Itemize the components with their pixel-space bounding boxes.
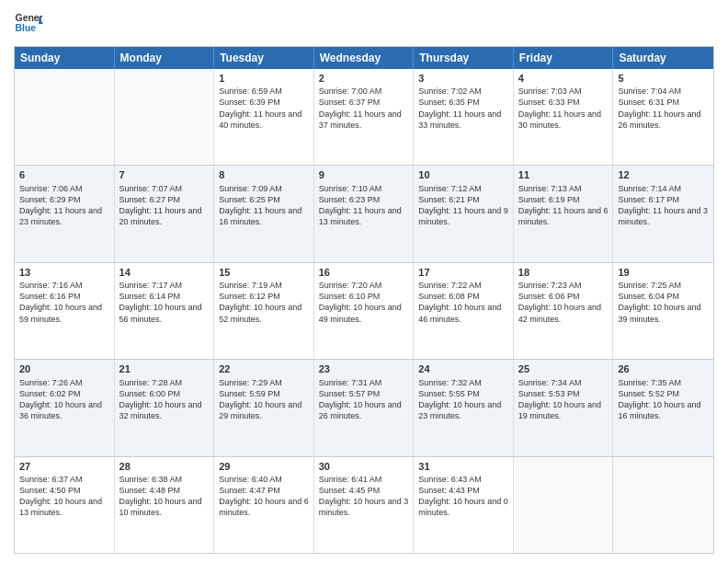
day-number: 2: [319, 72, 409, 85]
empty-cell-w0c1: [115, 69, 215, 165]
day-number: 24: [418, 362, 508, 375]
day-content: Sunrise: 7:19 AM Sunset: 6:12 PM Dayligh…: [219, 280, 309, 325]
day-header-saturday: Saturday: [613, 47, 713, 69]
calendar-row-4: 20Sunrise: 7:26 AM Sunset: 6:02 PM Dayli…: [15, 359, 713, 455]
calendar-row-3: 13Sunrise: 7:16 AM Sunset: 6:16 PM Dayli…: [15, 262, 713, 359]
day-cell-2: 2Sunrise: 7:00 AM Sunset: 6:37 PM Daylig…: [314, 69, 415, 165]
day-number: 9: [319, 168, 409, 181]
day-cell-11: 11Sunrise: 7:13 AM Sunset: 6:19 PM Dayli…: [514, 166, 614, 261]
day-number: 21: [119, 362, 210, 375]
day-cell-31: 31Sunrise: 6:43 AM Sunset: 4:43 PM Dayli…: [414, 457, 514, 553]
day-cell-7: 7Sunrise: 7:07 AM Sunset: 6:27 PM Daylig…: [115, 166, 215, 261]
day-number: 7: [119, 168, 210, 181]
day-cell-27: 27Sunrise: 6:37 AM Sunset: 4:50 PM Dayli…: [15, 457, 115, 553]
day-number: 16: [319, 266, 409, 279]
day-number: 15: [219, 266, 309, 279]
day-number: 26: [618, 362, 709, 375]
day-cell-29: 29Sunrise: 6:40 AM Sunset: 4:47 PM Dayli…: [214, 457, 314, 553]
day-cell-4: 4Sunrise: 7:03 AM Sunset: 6:33 PM Daylig…: [514, 69, 614, 165]
day-content: Sunrise: 7:02 AM Sunset: 6:35 PM Dayligh…: [418, 86, 508, 131]
svg-text:Blue: Blue: [16, 23, 37, 33]
day-content: Sunrise: 6:41 AM Sunset: 4:45 PM Dayligh…: [319, 474, 409, 519]
day-number: 31: [418, 460, 508, 473]
day-number: 8: [219, 168, 309, 181]
day-cell-17: 17Sunrise: 7:22 AM Sunset: 6:08 PM Dayli…: [414, 263, 514, 359]
day-cell-6: 6Sunrise: 7:06 AM Sunset: 6:29 PM Daylig…: [15, 166, 115, 261]
day-number: 28: [119, 460, 210, 473]
day-content: Sunrise: 7:12 AM Sunset: 6:21 PM Dayligh…: [418, 183, 508, 228]
day-content: Sunrise: 7:34 AM Sunset: 5:53 PM Dayligh…: [518, 377, 609, 422]
day-content: Sunrise: 7:14 AM Sunset: 6:17 PM Dayligh…: [618, 183, 709, 228]
day-header-friday: Friday: [514, 47, 614, 69]
day-content: Sunrise: 7:06 AM Sunset: 6:29 PM Dayligh…: [19, 183, 109, 228]
day-header-thursday: Thursday: [414, 47, 514, 69]
day-content: Sunrise: 7:03 AM Sunset: 6:33 PM Dayligh…: [518, 86, 609, 131]
day-number: 18: [518, 266, 609, 279]
day-content: Sunrise: 6:40 AM Sunset: 4:47 PM Dayligh…: [219, 474, 309, 519]
calendar-row-2: 6Sunrise: 7:06 AM Sunset: 6:29 PM Daylig…: [15, 165, 713, 261]
day-content: Sunrise: 7:31 AM Sunset: 5:57 PM Dayligh…: [319, 377, 409, 422]
day-content: Sunrise: 7:29 AM Sunset: 5:59 PM Dayligh…: [219, 377, 309, 422]
day-content: Sunrise: 7:13 AM Sunset: 6:19 PM Dayligh…: [518, 183, 609, 228]
day-header-sunday: Sunday: [15, 47, 115, 69]
logo: General Blue: [14, 9, 43, 39]
day-number: 23: [319, 362, 409, 375]
calendar-header: SundayMondayTuesdayWednesdayThursdayFrid…: [15, 47, 713, 69]
day-cell-30: 30Sunrise: 6:41 AM Sunset: 4:45 PM Dayli…: [314, 457, 415, 553]
day-content: Sunrise: 7:07 AM Sunset: 6:27 PM Dayligh…: [119, 183, 210, 228]
day-cell-14: 14Sunrise: 7:17 AM Sunset: 6:14 PM Dayli…: [115, 263, 215, 359]
day-cell-28: 28Sunrise: 6:38 AM Sunset: 4:48 PM Dayli…: [115, 457, 215, 553]
page: General Blue SundayMondayTuesdayWednesda…: [0, 0, 728, 563]
day-cell-23: 23Sunrise: 7:31 AM Sunset: 5:57 PM Dayli…: [314, 360, 415, 455]
day-content: Sunrise: 7:28 AM Sunset: 6:00 PM Dayligh…: [119, 377, 210, 422]
day-number: 3: [418, 72, 508, 85]
empty-cell-w4c6: [613, 457, 713, 553]
day-content: Sunrise: 7:17 AM Sunset: 6:14 PM Dayligh…: [119, 280, 210, 325]
day-number: 13: [19, 266, 109, 279]
day-number: 6: [19, 168, 109, 181]
day-cell-12: 12Sunrise: 7:14 AM Sunset: 6:17 PM Dayli…: [613, 166, 713, 261]
day-content: Sunrise: 7:35 AM Sunset: 5:52 PM Dayligh…: [618, 377, 709, 422]
day-content: Sunrise: 7:32 AM Sunset: 5:55 PM Dayligh…: [418, 377, 508, 422]
day-content: Sunrise: 6:37 AM Sunset: 4:50 PM Dayligh…: [19, 474, 109, 519]
day-cell-1: 1Sunrise: 6:59 AM Sunset: 6:39 PM Daylig…: [214, 69, 314, 165]
day-content: Sunrise: 6:43 AM Sunset: 4:43 PM Dayligh…: [418, 474, 508, 519]
day-header-tuesday: Tuesday: [214, 47, 314, 69]
day-number: 1: [219, 72, 309, 85]
day-cell-25: 25Sunrise: 7:34 AM Sunset: 5:53 PM Dayli…: [514, 360, 614, 455]
day-header-wednesday: Wednesday: [314, 47, 415, 69]
day-cell-19: 19Sunrise: 7:25 AM Sunset: 6:04 PM Dayli…: [613, 263, 713, 359]
day-cell-10: 10Sunrise: 7:12 AM Sunset: 6:21 PM Dayli…: [414, 166, 514, 261]
day-content: Sunrise: 7:04 AM Sunset: 6:31 PM Dayligh…: [618, 86, 709, 131]
day-cell-5: 5Sunrise: 7:04 AM Sunset: 6:31 PM Daylig…: [613, 69, 713, 165]
empty-cell-w4c5: [514, 457, 614, 553]
empty-cell-w0c0: [15, 69, 115, 165]
day-number: 5: [618, 72, 709, 85]
day-number: 11: [518, 168, 609, 181]
day-cell-8: 8Sunrise: 7:09 AM Sunset: 6:25 PM Daylig…: [214, 166, 314, 261]
day-number: 4: [518, 72, 609, 85]
day-content: Sunrise: 6:38 AM Sunset: 4:48 PM Dayligh…: [119, 474, 210, 519]
day-cell-15: 15Sunrise: 7:19 AM Sunset: 6:12 PM Dayli…: [214, 263, 314, 359]
day-cell-26: 26Sunrise: 7:35 AM Sunset: 5:52 PM Dayli…: [613, 360, 713, 455]
day-cell-16: 16Sunrise: 7:20 AM Sunset: 6:10 PM Dayli…: [314, 263, 415, 359]
day-cell-21: 21Sunrise: 7:28 AM Sunset: 6:00 PM Dayli…: [115, 360, 215, 455]
day-cell-3: 3Sunrise: 7:02 AM Sunset: 6:35 PM Daylig…: [414, 69, 514, 165]
day-cell-22: 22Sunrise: 7:29 AM Sunset: 5:59 PM Dayli…: [214, 360, 314, 455]
day-number: 12: [618, 168, 709, 181]
day-number: 27: [19, 460, 109, 473]
day-content: Sunrise: 7:16 AM Sunset: 6:16 PM Dayligh…: [19, 280, 109, 325]
calendar-row-1: 1Sunrise: 6:59 AM Sunset: 6:39 PM Daylig…: [15, 69, 713, 165]
day-cell-24: 24Sunrise: 7:32 AM Sunset: 5:55 PM Dayli…: [414, 360, 514, 455]
day-content: Sunrise: 7:22 AM Sunset: 6:08 PM Dayligh…: [418, 280, 508, 325]
calendar-body: 1Sunrise: 6:59 AM Sunset: 6:39 PM Daylig…: [15, 69, 713, 553]
day-content: Sunrise: 7:25 AM Sunset: 6:04 PM Dayligh…: [618, 280, 709, 325]
day-cell-9: 9Sunrise: 7:10 AM Sunset: 6:23 PM Daylig…: [314, 166, 415, 261]
day-number: 19: [618, 266, 709, 279]
day-number: 17: [418, 266, 508, 279]
day-cell-13: 13Sunrise: 7:16 AM Sunset: 6:16 PM Dayli…: [15, 263, 115, 359]
day-cell-20: 20Sunrise: 7:26 AM Sunset: 6:02 PM Dayli…: [15, 360, 115, 455]
day-cell-18: 18Sunrise: 7:23 AM Sunset: 6:06 PM Dayli…: [514, 263, 614, 359]
day-header-monday: Monday: [115, 47, 215, 69]
logo-icon: General Blue: [14, 9, 43, 39]
